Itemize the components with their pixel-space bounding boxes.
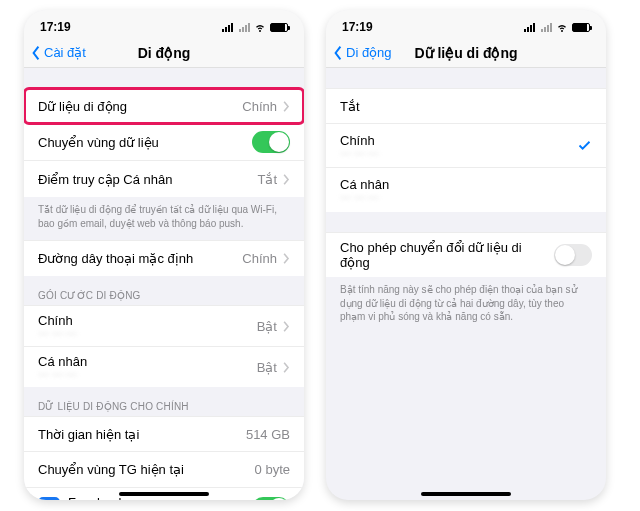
app-name: Facebook: [68, 495, 125, 500]
row-label: Thời gian hiện tại: [38, 427, 139, 442]
plan-number-blurred: ···· ···· ····: [340, 148, 379, 159]
signal-icon-2: [541, 23, 552, 32]
plan-number-blurred: ···· ···· ····: [38, 369, 87, 380]
toggle-roaming[interactable]: [252, 131, 290, 153]
nav-title: Dữ liệu di động: [414, 45, 517, 61]
toggle-allow-switching[interactable]: [554, 244, 592, 266]
row-option-personal[interactable]: Cá nhân ···· ···· ····: [326, 168, 606, 212]
row-value: Chính: [242, 251, 277, 266]
row-label: Chuyển vùng dữ liệu: [38, 135, 159, 150]
row-personal-hotspot[interactable]: Điểm truy cập Cá nhân Tắt: [24, 161, 304, 197]
footer-note: Bật tính năng này sẽ cho phép điện thoại…: [326, 277, 606, 334]
nav-bar: Di động Dữ liệu di động: [326, 38, 606, 68]
home-indicator[interactable]: [119, 492, 209, 496]
settings-list[interactable]: Dữ liệu di động Chính Chuyển vùng dữ liệ…: [24, 68, 304, 500]
chevron-right-icon: [283, 321, 290, 332]
status-indicators: [524, 21, 590, 33]
plan-number-blurred: ···· ···· ····: [340, 192, 389, 203]
footer-note: Tắt dữ liệu di động để truyền tất cả dữ …: [24, 197, 304, 240]
row-option-off[interactable]: Tắt: [326, 88, 606, 124]
back-label: Di động: [346, 45, 392, 60]
row-plan-personal[interactable]: Cá nhân ···· ···· ···· Bật: [24, 347, 304, 387]
back-button[interactable]: Di động: [332, 38, 392, 67]
nav-bar: Cài đặt Di động: [24, 38, 304, 68]
row-value: Chính: [242, 99, 277, 114]
phone-right: 17:19 Di động Dữ liệu di động Tắt Ch: [326, 10, 606, 500]
status-bar: 17:19: [24, 10, 304, 38]
wifi-icon: [254, 21, 266, 33]
home-indicator[interactable]: [421, 492, 511, 496]
plan-number-blurred: ···· ···· ····: [38, 328, 77, 339]
row-label: Cho phép chuyển đổi dữ liệu di động: [340, 240, 554, 270]
row-label: Chuyển vùng TG hiện tại: [38, 462, 184, 477]
battery-icon: [572, 23, 590, 32]
section-header-plans: GÓI CƯỚC DI ĐỘNG: [24, 276, 304, 305]
section-header-data-usage: DỮ LIỆU DI ĐỘNG CHO CHÍNH: [24, 387, 304, 416]
nav-title: Di động: [138, 45, 191, 61]
back-button[interactable]: Cài đặt: [30, 38, 86, 67]
signal-icon: [222, 23, 233, 32]
row-label: Dữ liệu di động: [38, 99, 127, 114]
row-data-roaming[interactable]: Chuyển vùng dữ liệu: [24, 124, 304, 161]
checkmark-icon: [577, 138, 592, 153]
row-roaming-period: Chuyển vùng TG hiện tại 0 byte: [24, 452, 304, 488]
status-time: 17:19: [342, 20, 373, 34]
row-value: 514 GB: [246, 427, 290, 442]
toggle-app-facebook[interactable]: [252, 497, 290, 501]
row-label: Đường dây thoại mặc định: [38, 251, 193, 266]
row-value: 0 byte: [255, 462, 290, 477]
row-label: Cá nhân: [38, 354, 87, 369]
row-current-period: Thời gian hiện tại 514 GB: [24, 416, 304, 452]
facebook-icon: f: [38, 497, 60, 501]
row-default-voice[interactable]: Đường dây thoại mặc định Chính: [24, 240, 304, 276]
row-value: Bật: [257, 360, 277, 375]
row-cellular-data[interactable]: Dữ liệu di động Chính: [24, 88, 304, 124]
signal-icon: [524, 23, 535, 32]
row-label: Cá nhân: [340, 177, 389, 192]
chevron-right-icon: [283, 174, 290, 185]
row-value: Bật: [257, 319, 277, 334]
phone-left: 17:19 Cài đặt Di động Dữ liệu di động Ch…: [24, 10, 304, 500]
chevron-right-icon: [283, 253, 290, 264]
settings-list[interactable]: Tắt Chính ···· ···· ···· Cá nhân ···· ··…: [326, 68, 606, 500]
row-allow-switching[interactable]: Cho phép chuyển đổi dữ liệu di động: [326, 232, 606, 277]
row-label: Tắt: [340, 99, 360, 114]
battery-icon: [270, 23, 288, 32]
back-label: Cài đặt: [44, 45, 86, 60]
wifi-icon: [556, 21, 568, 33]
signal-icon-2: [239, 23, 250, 32]
chevron-left-icon: [30, 45, 42, 61]
chevron-right-icon: [283, 362, 290, 373]
row-label: Chính: [38, 313, 77, 328]
chevron-right-icon: [283, 101, 290, 112]
row-label: Chính: [340, 133, 379, 148]
chevron-left-icon: [332, 45, 344, 61]
row-value: Tắt: [257, 172, 277, 187]
row-label: Điểm truy cập Cá nhân: [38, 172, 173, 187]
status-bar: 17:19: [326, 10, 606, 38]
row-option-primary[interactable]: Chính ···· ···· ····: [326, 124, 606, 168]
status-time: 17:19: [40, 20, 71, 34]
status-indicators: [222, 21, 288, 33]
row-plan-primary[interactable]: Chính ···· ···· ···· Bật: [24, 305, 304, 347]
